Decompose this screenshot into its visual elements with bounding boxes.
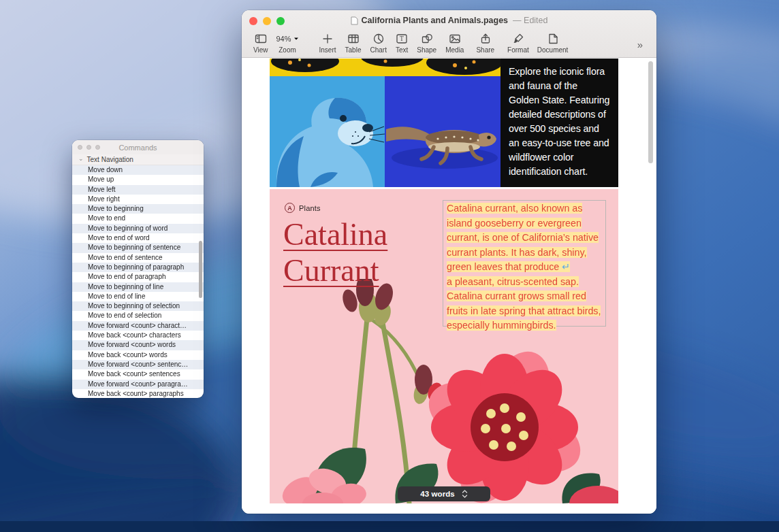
command-item[interactable]: Move to end of sentence [72, 253, 204, 263]
chart-pie-icon [372, 33, 385, 45]
zoom-button[interactable] [95, 145, 100, 150]
toolbar-insert-button[interactable]: Insert [317, 31, 338, 55]
toolbar-zoom-button[interactable]: 94% Zoom [274, 31, 301, 55]
toolbar-document-button[interactable]: Document [535, 31, 571, 55]
toolbar-media-label: Media [445, 46, 464, 54]
command-item[interactable]: Move to end of paragraph [72, 272, 204, 282]
toolbar-insert-label: Insert [319, 46, 336, 54]
command-item[interactable]: Move to end of line [72, 292, 204, 301]
command-item[interactable]: Move back <count> paragraphs [72, 389, 204, 398]
command-item[interactable]: Move to beginning of line [72, 282, 204, 292]
document-page: Explore the iconic flora and fauna of th… [270, 59, 618, 503]
command-item[interactable]: Move up [72, 175, 204, 184]
toolbar-format-button[interactable]: Format [505, 31, 531, 55]
toolbar-shape-button[interactable]: Shape [415, 31, 439, 55]
toolbar-chart-button[interactable]: Chart [368, 31, 388, 55]
toolbar-chart-label: Chart [370, 46, 386, 54]
section-label: Text Navigation [87, 156, 133, 163]
window-chrome[interactable]: California Plants and Animals.pages — Ed… [242, 10, 656, 58]
command-item[interactable]: Move down [72, 165, 204, 175]
command-item[interactable]: Move to beginning of selection [72, 301, 204, 311]
toolbar-format-label: Format [507, 46, 529, 54]
heading-line-1: Catalina [283, 216, 387, 252]
toolbar-view-button[interactable]: View [251, 31, 270, 55]
line-break-marker: ↵ [562, 261, 570, 272]
window-title-status: — Edited [513, 16, 547, 25]
zoom-value: 94% [276, 33, 299, 45]
plants-tag[interactable]: A Plants [285, 203, 321, 213]
minimize-button[interactable] [86, 145, 91, 150]
heading-line-2: Currant [283, 252, 379, 288]
highlighted-text-2: a pleasant, citrus-scented sap. Catalina… [447, 276, 601, 331]
command-item[interactable]: Move forward <count> charact… [72, 321, 204, 331]
section-text-navigation[interactable]: ⌄ Text Navigation [72, 154, 204, 165]
command-item[interactable]: Move forward <count> words [72, 340, 204, 350]
toolbar-table-button[interactable]: Table [343, 31, 364, 55]
body-text: Catalina currant, also known as island g… [447, 201, 602, 333]
command-item[interactable]: Move back <count> sentences [72, 369, 204, 379]
document-scrollbar[interactable] [648, 61, 653, 163]
command-item[interactable]: Move left [72, 185, 204, 195]
circled-a-icon: A [285, 203, 295, 213]
commands-list: Move down Move up Move left Move right M… [72, 165, 204, 398]
document-icon [547, 33, 559, 45]
shape-icon [421, 33, 433, 45]
command-item[interactable]: Move to end [72, 214, 204, 223]
seal-image[interactable] [270, 76, 385, 187]
word-count-widget[interactable]: 43 words [398, 486, 490, 501]
insert-plus-icon [321, 33, 334, 45]
command-item[interactable]: Move to beginning [72, 204, 204, 214]
media-photo-icon [449, 33, 461, 45]
close-button[interactable] [78, 145, 82, 150]
commands-window-controls [78, 145, 100, 150]
command-item[interactable]: Move right [72, 195, 204, 204]
window-title: California Plants and Animals.pages — Ed… [242, 15, 656, 26]
command-item[interactable]: Move back <count> words [72, 350, 204, 360]
toolbar-media-button[interactable]: Media [443, 31, 466, 55]
toolbar-table-label: Table [345, 46, 362, 54]
intro-text: Explore the iconic flora and fauna of th… [509, 65, 610, 179]
command-item[interactable]: Move to end of word [72, 233, 204, 243]
plants-section: A Plants Catalina Currant Catalina curra… [270, 189, 618, 503]
format-brush-icon [512, 33, 524, 45]
chevron-down-icon: ⌄ [78, 156, 84, 162]
command-item[interactable]: Move forward <count> sentenc… [72, 360, 204, 369]
command-item[interactable]: Move to beginning of word [72, 224, 204, 233]
command-item[interactable]: Move to end of selection [72, 311, 204, 320]
command-item[interactable]: Move to beginning of paragraph [72, 263, 204, 272]
toolbar-shape-label: Shape [417, 46, 436, 54]
share-icon [479, 33, 492, 45]
table-icon [347, 33, 360, 45]
hero-image-row [270, 76, 500, 187]
svg-text:T: T [400, 35, 404, 42]
plants-tag-label: Plants [299, 204, 321, 212]
toolbar-zoom-label: Zoom [279, 46, 296, 54]
command-item[interactable]: Move forward <count> paragra… [72, 380, 204, 389]
document-file-icon [351, 16, 358, 25]
section-heading[interactable]: Catalina Currant [283, 216, 387, 288]
view-sidebar-icon [255, 33, 267, 45]
intro-text-panel[interactable]: Explore the iconic flora and fauna of th… [500, 59, 618, 187]
commands-titlebar[interactable]: Commands [72, 140, 204, 154]
chevron-down-icon [293, 37, 299, 41]
text-tool-icon: T [396, 33, 408, 45]
pages-window: California Plants and Animals.pages — Ed… [242, 10, 656, 514]
toolbar-share-label: Share [476, 46, 494, 54]
commands-scrollbar[interactable] [199, 241, 202, 298]
toolbar-share-button[interactable]: Share [474, 31, 496, 55]
desktop: { "icons": { "chevron_down": "⌄", "text_… [0, 0, 779, 532]
command-item[interactable]: Move back <count> characters [72, 331, 204, 340]
snake-image-strip[interactable] [270, 59, 500, 76]
command-item[interactable]: Move to beginning of sentence [72, 243, 204, 252]
lizard-illustration [385, 76, 500, 187]
stepper-chevrons-icon [462, 489, 468, 499]
toolbar-overflow-button[interactable]: » [633, 38, 647, 51]
lizard-image[interactable] [385, 76, 500, 187]
commands-window: Commands ⌄ Text Navigation Move down Mov… [72, 140, 204, 398]
highlighted-text-1: Catalina currant, also known as island g… [447, 203, 599, 272]
document-canvas[interactable]: Explore the iconic flora and fauna of th… [242, 58, 656, 514]
toolbar-view-label: View [253, 46, 268, 54]
word-count-text: 43 words [420, 490, 455, 498]
body-text-box[interactable]: Catalina currant, also known as island g… [443, 200, 606, 327]
toolbar-text-button[interactable]: T Text [394, 31, 410, 55]
